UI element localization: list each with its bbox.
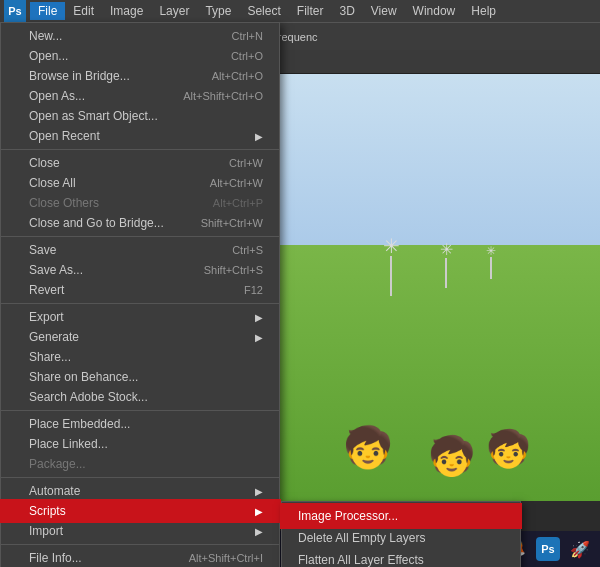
menu-package[interactable]: Package... [1, 454, 279, 474]
menu-export[interactable]: Export ▶ [1, 307, 279, 327]
turbine-2: ✳ [440, 242, 453, 288]
submenu-image-processor[interactable]: Image Processor... [282, 505, 520, 527]
child-2: 🧒 [428, 437, 475, 475]
sep-2 [1, 236, 279, 237]
menu-generate[interactable]: Generate ▶ [1, 327, 279, 347]
turbine-blades-3: ✳ [486, 245, 496, 257]
menu-open[interactable]: Open... Ctrl+O [1, 46, 279, 66]
menu-close-bridge[interactable]: Close and Go to Bridge... Shift+Ctrl+W [1, 213, 279, 233]
menu-open-as[interactable]: Open As... Alt+Shift+Ctrl+O [1, 86, 279, 106]
sep-6 [1, 544, 279, 545]
menu-window[interactable]: Window [405, 2, 464, 20]
menu-place-embedded[interactable]: Place Embedded... [1, 414, 279, 434]
menu-browse-bridge[interactable]: Browse in Bridge... Alt+Ctrl+O [1, 66, 279, 86]
menu-3d[interactable]: 3D [331, 2, 362, 20]
menu-revert[interactable]: Revert F12 [1, 280, 279, 300]
menu-open-smart[interactable]: Open as Smart Object... [1, 106, 279, 126]
menu-select[interactable]: Select [239, 2, 288, 20]
menu-place-linked[interactable]: Place Linked... [1, 434, 279, 454]
menu-automate[interactable]: Automate ▶ [1, 481, 279, 501]
child-1: 🧒 [343, 427, 393, 467]
menu-close-others[interactable]: Close Others Alt+Ctrl+P [1, 193, 279, 213]
turbine-3: ✳ [486, 245, 496, 279]
menu-close-all[interactable]: Close All Alt+Ctrl+W [1, 173, 279, 193]
child-3: 🧒 [486, 431, 531, 467]
scripts-submenu: Image Processor... Delete All Empty Laye… [281, 501, 521, 567]
menu-edit[interactable]: Edit [65, 2, 102, 20]
file-menu-dropdown: New... Ctrl+N Open... Ctrl+O Browse in B… [0, 22, 280, 567]
sep-4 [1, 410, 279, 411]
menu-new[interactable]: New... Ctrl+N [1, 26, 279, 46]
turbine-pole-3 [490, 257, 492, 279]
turbine-1: ✳ [383, 236, 400, 296]
menu-file-info[interactable]: File Info... Alt+Shift+Ctrl+I [1, 548, 279, 567]
menu-close[interactable]: Close Ctrl+W [1, 153, 279, 173]
turbine-pole-2 [445, 258, 447, 288]
taskbar-extra-icon[interactable]: 🚀 [568, 537, 592, 561]
menu-type[interactable]: Type [197, 2, 239, 20]
menu-scripts[interactable]: Scripts ▶ Image Processor... Delete All … [1, 501, 279, 521]
turbine-pole-1 [390, 256, 392, 296]
menu-view[interactable]: View [363, 2, 405, 20]
menu-open-recent[interactable]: Open Recent ▶ [1, 126, 279, 146]
menu-help[interactable]: Help [463, 2, 504, 20]
menu-layer[interactable]: Layer [151, 2, 197, 20]
menu-share-behance[interactable]: Share on Behance... [1, 367, 279, 387]
menu-share[interactable]: Share... [1, 347, 279, 367]
turbine-blades-2: ✳ [440, 242, 453, 258]
menu-bar: Ps File Edit Image Layer Type Select Fil… [0, 0, 600, 22]
sep-5 [1, 477, 279, 478]
sep-1 [1, 149, 279, 150]
menu-file[interactable]: File [30, 2, 65, 20]
ps-app-icon[interactable]: Ps [4, 0, 26, 22]
menu-import[interactable]: Import ▶ [1, 521, 279, 541]
turbine-blades-1: ✳ [383, 236, 400, 256]
menu-image[interactable]: Image [102, 2, 151, 20]
menu-search-stock[interactable]: Search Adobe Stock... [1, 387, 279, 407]
menu-save-as[interactable]: Save As... Shift+Ctrl+S [1, 260, 279, 280]
taskbar-ps-icon[interactable]: Ps [536, 537, 560, 561]
menu-filter[interactable]: Filter [289, 2, 332, 20]
sep-3 [1, 303, 279, 304]
submenu-delete-empty[interactable]: Delete All Empty Layers [282, 527, 520, 549]
menu-save[interactable]: Save Ctrl+S [1, 240, 279, 260]
submenu-flatten-effects[interactable]: Flatten All Layer Effects [282, 549, 520, 567]
